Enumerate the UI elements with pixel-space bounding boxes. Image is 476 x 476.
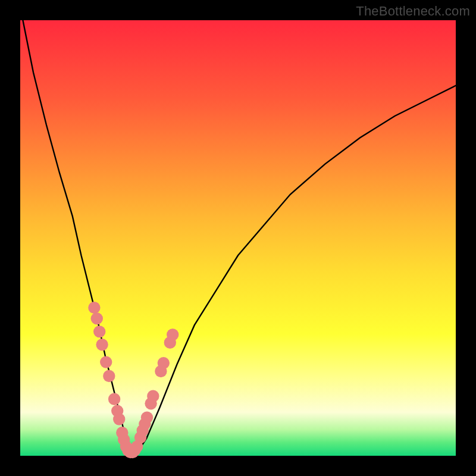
chart-frame: TheBottleneck.com [0, 0, 476, 476]
data-point [113, 413, 125, 425]
data-point [108, 393, 120, 405]
data-point [167, 328, 178, 340]
data-point [88, 302, 100, 314]
data-point [103, 370, 115, 382]
data-point [96, 339, 108, 350]
data-point [147, 390, 159, 402]
chart-svg [20, 20, 456, 456]
data-point [93, 325, 105, 337]
data-point [158, 357, 170, 369]
data-point [100, 356, 112, 368]
plot-area [20, 20, 456, 456]
bottleneck-curve [20, 7, 456, 452]
beads-group [88, 302, 178, 458]
data-point [141, 411, 153, 423]
watermark-text: TheBottleneck.com [356, 4, 470, 19]
data-point [91, 312, 103, 324]
